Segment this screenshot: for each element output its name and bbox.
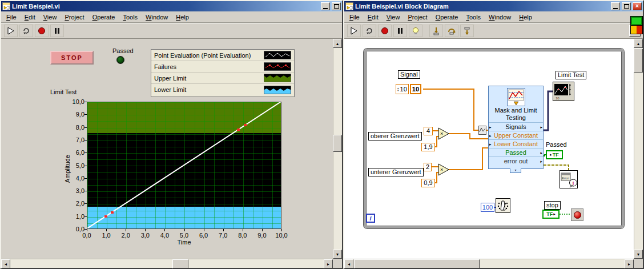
menu-window[interactable]: Window (485, 13, 515, 22)
abort-button[interactable] (378, 25, 392, 37)
scroll-right-button[interactable]: ▸ (625, 259, 634, 268)
scroll-up-button[interactable]: ▴ (634, 39, 643, 48)
scroll-left-button[interactable]: ◂ (1, 259, 10, 268)
maximize-icon (624, 4, 629, 9)
menu-file[interactable]: File (345, 13, 364, 22)
stop-label[interactable]: stop (544, 201, 561, 210)
error-handler-icon[interactable]: Error ! (560, 170, 578, 188)
stop-boolean-control[interactable]: TF▸ (542, 210, 560, 219)
run-button[interactable] (347, 25, 361, 37)
lower-constant-1[interactable]: 2 (424, 163, 432, 171)
menu-operate[interactable]: Operate (88, 13, 119, 22)
mask-and-limit-testing-express-vi[interactable]: Mask and Limit Testing Signals▸▸Upper Co… (488, 86, 544, 169)
scroll-thumb[interactable] (172, 259, 188, 268)
front-panel-titlebar[interactable]: Limit Beispiel.vi (1, 1, 342, 11)
vertical-scrollbar[interactable]: ▴ ▾ (333, 39, 342, 259)
run-button[interactable] (4, 25, 18, 37)
wait-ms-constant[interactable]: 100 (481, 203, 494, 212)
signal-value-box-2[interactable]: 10 (410, 84, 421, 94)
scroll-right-button[interactable]: ▸ (324, 259, 333, 268)
scroll-thumb[interactable] (333, 135, 342, 152)
step-over-button[interactable] (445, 25, 458, 37)
waveform-black-icon[interactable] (264, 51, 291, 59)
express-vi-expand-handle[interactable]: ▾ (510, 168, 521, 173)
minimize-button[interactable] (321, 2, 330, 10)
abort-button[interactable] (35, 25, 49, 37)
band-upper-icon[interactable] (264, 74, 291, 82)
legend-item-lower-limit[interactable]: Lower Limit (151, 84, 294, 95)
minimize-button[interactable] (611, 2, 620, 10)
menu-tools[interactable]: Tools (119, 13, 142, 22)
express-row-label: Signals (505, 123, 526, 130)
scroll-thumb[interactable] (354, 259, 480, 268)
scroll-down-button[interactable]: ▾ (634, 250, 643, 259)
loop-condition-terminal[interactable] (571, 208, 583, 221)
legend-item-upper-limit[interactable]: Upper Limit (151, 73, 294, 84)
upper-constant-2[interactable]: 1,9 (421, 143, 435, 151)
multiply-node[interactable]: × (438, 163, 449, 176)
multiply-node[interactable]: × (438, 127, 449, 140)
abort-icon (380, 26, 389, 35)
menu-help[interactable]: Help (172, 13, 193, 22)
express-row-lower-constant[interactable]: Lower Constant▸ (489, 139, 543, 148)
palette-lower-cells (631, 26, 642, 34)
legend-item-failures[interactable]: Failures (151, 61, 294, 73)
passed-boolean-indicator[interactable]: ▸TF (546, 150, 563, 159)
scroll-up-button[interactable]: ▴ (333, 39, 342, 48)
loop-iteration-terminal[interactable]: i (366, 214, 375, 223)
express-row-label: Upper Constant (494, 132, 538, 139)
menu-edit[interactable]: Edit (21, 13, 39, 22)
signal-label[interactable]: Signal (398, 70, 420, 79)
close-button[interactable]: × (633, 2, 642, 10)
menu-help[interactable]: Help (515, 13, 536, 22)
menu-edit[interactable]: Edit (364, 13, 383, 22)
horizontal-scrollbar[interactable]: ◂ ▸ (1, 259, 333, 268)
scroll-down-button[interactable]: ▾ (333, 250, 342, 259)
maximize-button[interactable] (622, 2, 631, 10)
input-arrow-icon: ▸ (550, 152, 552, 157)
signal-value-box[interactable]: ▴▾10 (396, 84, 409, 94)
convert-to-dynamic-data-icon[interactable] (478, 126, 486, 135)
run-continuous-button[interactable] (363, 25, 376, 37)
waveform-chart-plot[interactable] (87, 102, 281, 229)
express-row-passed[interactable]: Passed▸ (489, 148, 543, 156)
stop-button[interactable]: STOP (50, 51, 94, 65)
band-lower-icon[interactable] (264, 86, 291, 94)
step-into-button[interactable] (429, 25, 443, 37)
menu-file[interactable]: File (2, 13, 21, 22)
pause-button[interactable] (50, 25, 64, 37)
lower-limit-label[interactable]: unterer Grenzwert (368, 168, 424, 176)
menu-project[interactable]: Project (61, 13, 88, 22)
run-continuous-button[interactable] (19, 25, 33, 37)
waveform-failures-icon[interactable] (264, 62, 291, 71)
horizontal-scrollbar[interactable]: ◂ ▸ (344, 259, 634, 268)
lower-constant-2[interactable]: 0,9 (421, 179, 435, 187)
vertical-scrollbar[interactable]: ▴ ▾ (634, 39, 643, 259)
pause-button[interactable] (393, 25, 407, 37)
wait-until-next-ms-icon[interactable] (496, 198, 510, 213)
maximize-button[interactable] (332, 2, 341, 10)
highlight-execution-button[interactable] (409, 25, 422, 37)
express-row-signals[interactable]: Signals▸▸ (489, 122, 543, 131)
block-diagram-titlebar[interactable]: Limit Beispiel.vi Block Diagram × (344, 1, 643, 11)
limit-test-label[interactable]: Limit Test (556, 71, 586, 79)
upper-limit-label[interactable]: oberer Grenzwert (368, 132, 422, 140)
limit-test-chart-terminal[interactable]: 10 (553, 82, 574, 101)
menu-tools[interactable]: Tools (462, 13, 485, 22)
express-row-upper-constant[interactable]: Upper Constant▸ (489, 131, 543, 139)
express-row-error-out[interactable]: error out▸ (489, 156, 543, 165)
menu-window[interactable]: Window (142, 13, 172, 22)
increment-decrement-icon[interactable]: ▴▾ (397, 87, 399, 91)
scroll-left-button[interactable]: ◂ (344, 259, 353, 268)
scroll-thumb[interactable] (634, 49, 643, 73)
legend-item-point-evaluation-point-evaluation-[interactable]: Point Evaluation (Point Evaluation) (151, 50, 294, 61)
palette-icon[interactable] (630, 16, 643, 34)
upper-constant-1[interactable]: 4 (424, 127, 433, 135)
menu-view[interactable]: View (383, 13, 404, 22)
menu-view[interactable]: View (39, 13, 61, 22)
step-out-button[interactable] (460, 25, 474, 37)
passed-led-indicator[interactable] (116, 56, 124, 64)
menu-operate[interactable]: Operate (432, 13, 462, 22)
menu-project[interactable]: Project (404, 13, 431, 22)
signal-control-terminal[interactable]: ▴▾10 10 (396, 84, 421, 94)
